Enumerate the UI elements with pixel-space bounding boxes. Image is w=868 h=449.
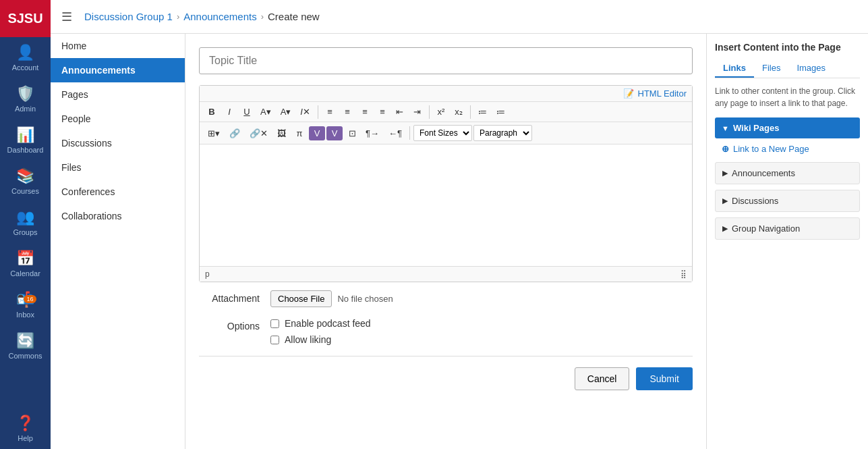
toolbar-link[interactable]: 🔗 — [225, 126, 244, 140]
nav-courses[interactable]: 📚 Courses — [0, 161, 51, 202]
attachment-label: Attachment — [199, 290, 260, 304]
right-section-discussions: ▶ Discussions — [715, 190, 860, 212]
toolbar-media1[interactable]: V — [309, 126, 325, 140]
toolbar-image[interactable]: 🖼 — [273, 126, 290, 140]
toolbar-bullet-list[interactable]: ≔ — [474, 105, 491, 119]
no-file-text: No file chosen — [337, 294, 393, 304]
discussions-header[interactable]: ▶ Discussions — [715, 190, 860, 212]
editor-status-text: p — [205, 269, 210, 279]
tab-images[interactable]: Images — [788, 59, 834, 78]
toolbar-indent-decrease[interactable]: ⇤ — [392, 105, 408, 119]
editor-content[interactable] — [200, 144, 692, 266]
toolbar-superscript[interactable]: x² — [433, 105, 449, 119]
editor-toolbar-row2: ⊞▾ 🔗 🔗✕ 🖼 π V V ⊡ ¶→ ←¶ Font Sizes Para — [200, 122, 692, 144]
content-wrapper: Home Announcements Pages People Discussi… — [51, 34, 868, 449]
sidebar-item-collaborations[interactable]: Collaborations — [51, 204, 185, 228]
admin-icon: 🛡️ — [16, 85, 34, 103]
toolbar-subscript[interactable]: x₂ — [451, 105, 467, 119]
sidebar-item-discussions[interactable]: Discussions — [51, 131, 185, 155]
cancel-button[interactable]: Cancel — [575, 367, 630, 390]
options-row: Options Enable podcast feed Allow liking — [199, 318, 693, 345]
link-new-page-label: Link to a New Page — [733, 144, 809, 154]
toolbar-table[interactable]: ⊞▾ — [204, 126, 224, 140]
toolbar-font-color[interactable]: A▾ — [256, 105, 275, 119]
nav-calendar-label: Calendar — [10, 269, 40, 278]
toolbar-clear-format[interactable]: I✕ — [296, 105, 314, 119]
sidebar-item-people[interactable]: People — [51, 107, 185, 131]
nav-help-label: Help — [18, 434, 33, 442]
breadcrumb-separator-1: › — [177, 11, 179, 22]
tab-files[interactable]: Files — [754, 59, 788, 78]
toolbar-paragraph[interactable]: Paragraph — [473, 125, 532, 141]
sidebar-item-home[interactable]: Home — [51, 34, 185, 58]
right-section-group-navigation: ▶ Group Navigation — [715, 217, 860, 240]
option-podcast-feed[interactable]: Enable podcast feed — [270, 318, 693, 329]
option-allow-liking[interactable]: Allow liking — [270, 334, 693, 345]
group-navigation-label: Group Navigation — [732, 223, 800, 234]
nav-groups-label: Groups — [13, 228, 37, 236]
nav-dashboard[interactable]: 📊 Dashboard — [0, 120, 51, 161]
tab-links[interactable]: Links — [715, 59, 754, 78]
sidebar-item-announcements[interactable]: Announcements — [51, 58, 185, 82]
nav-dashboard-label: Dashboard — [7, 146, 44, 154]
sidebar-item-files[interactable]: Files — [51, 155, 185, 180]
choose-file-button[interactable]: Choose File — [270, 290, 332, 307]
toolbar-ordered-list[interactable]: ≔ — [492, 105, 509, 119]
hamburger-icon[interactable]: ☰ — [61, 9, 72, 24]
allow-liking-checkbox[interactable] — [270, 336, 279, 344]
podcast-feed-checkbox[interactable] — [270, 319, 279, 328]
wiki-pages-header[interactable]: ▼ Wiki Pages — [715, 117, 860, 138]
toolbar-rtl[interactable]: ←¶ — [384, 126, 406, 140]
nav-help[interactable]: ❓ Help — [0, 408, 51, 449]
announcements-label: Announcements — [732, 168, 795, 178]
nav-calendar[interactable]: 📅 Calendar — [0, 243, 51, 284]
toolbar-unlink[interactable]: 🔗✕ — [245, 126, 272, 140]
toolbar-indent-increase[interactable]: ⇥ — [409, 105, 426, 119]
sidebar: Home Announcements Pages People Discussi… — [51, 34, 185, 449]
toolbar-math[interactable]: π — [291, 126, 308, 140]
sidebar-item-pages[interactable]: Pages — [51, 82, 185, 107]
courses-icon: 📚 — [16, 167, 34, 185]
attachment-control: Choose File No file chosen — [270, 290, 693, 307]
nav-admin[interactable]: 🛡️ Admin — [0, 78, 51, 120]
discussions-label: Discussions — [732, 196, 778, 206]
toolbar-italic[interactable]: I — [221, 105, 237, 119]
group-navigation-chevron: ▶ — [722, 224, 728, 233]
editor-resize-handle[interactable]: ⣿ — [681, 269, 687, 279]
toolbar-ltr[interactable]: ¶→ — [361, 126, 383, 140]
toolbar-align-justify[interactable]: ≡ — [374, 105, 390, 119]
html-editor-link[interactable]: 📝 HTML Editor — [200, 86, 692, 102]
attachment-row: Attachment Choose File No file chosen — [199, 290, 693, 307]
plus-icon: ⊕ — [722, 144, 729, 154]
toolbar-align-right[interactable]: ≡ — [357, 105, 373, 119]
help-icon: ❓ — [16, 415, 34, 432]
toolbar-separator-4 — [409, 126, 410, 140]
nav-courses-label: Courses — [11, 187, 39, 195]
html-editor-label: HTML Editor — [638, 88, 687, 99]
nav-account[interactable]: 👤 Account — [0, 37, 51, 78]
nav-commons[interactable]: 🔄 Commons — [0, 325, 51, 367]
toolbar-font-sizes[interactable]: Font Sizes — [413, 125, 472, 141]
link-new-page[interactable]: ⊕ Link to a New Page — [715, 141, 860, 157]
toolbar-bold[interactable]: B — [204, 105, 220, 119]
toolbar-align-center[interactable]: ≡ — [339, 105, 355, 119]
breadcrumb-link-group[interactable]: Discussion Group 1 — [84, 11, 173, 22]
toolbar-highlight[interactable]: A▾ — [277, 105, 295, 119]
right-panel-description: Link to other content in the group. Clic… — [715, 85, 860, 109]
group-navigation-header[interactable]: ▶ Group Navigation — [715, 217, 860, 240]
nav-groups[interactable]: 👥 Groups — [0, 202, 51, 243]
breadcrumb-link-announcements[interactable]: Announcements — [183, 11, 256, 22]
topic-title-input[interactable] — [199, 47, 693, 74]
right-panel: Insert Content into the Page Links Files… — [706, 34, 868, 449]
toolbar-align-left[interactable]: ≡ — [322, 105, 338, 119]
toolbar-separator-1 — [318, 105, 318, 119]
submit-button[interactable]: Submit — [636, 367, 693, 390]
toolbar-underline[interactable]: U — [239, 105, 255, 119]
toolbar-embed[interactable]: ⊡ — [344, 126, 360, 140]
account-icon: 👤 — [16, 44, 34, 61]
announcements-header[interactable]: ▶ Announcements — [715, 162, 860, 184]
toolbar-media2[interactable]: V — [326, 126, 343, 140]
nav-inbox[interactable]: 📬 16 Inbox — [0, 284, 51, 325]
sidebar-item-conferences[interactable]: Conferences — [51, 180, 185, 204]
editor-toolbar-row1: B I U A▾ A▾ I✕ ≡ ≡ ≡ ≡ ⇤ ⇥ x² x₂ — [200, 102, 692, 122]
